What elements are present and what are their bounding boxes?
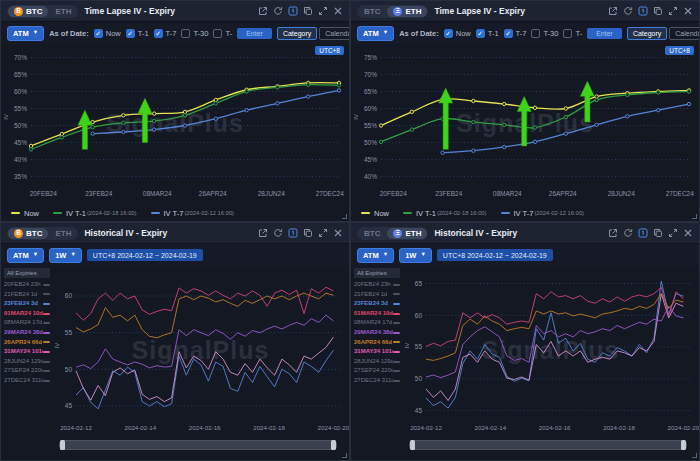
close-icon[interactable] <box>683 228 693 238</box>
period-select[interactable]: 1W▼ <box>399 248 432 263</box>
calendar-button[interactable]: Calendar <box>669 27 700 40</box>
legend-item-t1[interactable]: IV T-1(2024-02-18 16:00) <box>403 209 487 218</box>
historical-chart-btc[interactable]: 45505560IV2024-02-122024-02-142024-02-16… <box>52 266 350 445</box>
refresh-icon[interactable] <box>623 228 633 238</box>
expiry-item[interactable]: 26APR24 66d <box>354 338 402 348</box>
expiry-label: 26APR24 66d <box>354 338 392 348</box>
t-custom-input[interactable]: Enter <box>587 28 622 39</box>
atm-select[interactable]: ATM▼ <box>357 26 394 41</box>
expiry-item[interactable]: 27SEP24 220d <box>4 366 52 376</box>
expiry-item[interactable]: 20FEB24 23h <box>354 280 402 290</box>
open-external-icon[interactable] <box>258 6 268 16</box>
expiry-label: 20FEB24 23h <box>4 280 41 290</box>
expiry-item[interactable]: 23FEB24 3d <box>354 299 402 309</box>
checkbox-t-custom[interactable]: T- <box>213 29 232 38</box>
checkbox-t30[interactable]: T-30 <box>181 29 208 38</box>
expiry-item[interactable]: 20FEB24 23h <box>4 280 52 290</box>
timelapse-chart-eth[interactable]: 40%45%50%55%60%65%70%75%IV20FEB2423FEB24… <box>351 44 699 205</box>
date-range-chip[interactable]: UTC+8 2024-02-12 ~ 2024-02-19 <box>437 249 553 261</box>
calendar-button[interactable]: Calendar <box>319 27 350 40</box>
expiry-item[interactable]: 26APR24 66d <box>4 338 52 348</box>
expiry-item[interactable]: 21FEB24 1d <box>4 290 52 300</box>
open-external-icon[interactable] <box>608 6 618 16</box>
tab-eth[interactable]: Ξ ETH <box>387 6 427 17</box>
legend-item-now[interactable]: Now <box>361 209 389 218</box>
expiry-item[interactable]: 27DEC24 311d <box>4 376 52 386</box>
expiry-item[interactable]: 01MAR24 10d <box>354 309 402 319</box>
legend-item-t1[interactable]: IV T-1(2024-02-18 16:00) <box>53 209 137 218</box>
expiry-item[interactable]: 31MAY24 101d <box>4 347 52 357</box>
fullscreen-icon[interactable] <box>668 6 678 16</box>
expiry-list-header[interactable]: All Expiries <box>4 268 50 278</box>
close-icon[interactable] <box>683 6 693 16</box>
close-icon[interactable] <box>333 228 343 238</box>
expiry-item[interactable]: 28JUN24 129d <box>4 357 52 367</box>
tab-btc[interactable]: BTC <box>358 228 386 239</box>
duplicate-icon[interactable] <box>653 228 663 238</box>
tab-eth[interactable]: ETH <box>49 228 77 239</box>
checkbox-now[interactable]: ✓Now <box>94 29 121 38</box>
checkbox-t1[interactable]: ✓T-1 <box>126 29 149 38</box>
refresh-icon[interactable] <box>273 6 283 16</box>
refresh-icon[interactable] <box>273 228 283 238</box>
open-external-icon[interactable] <box>608 228 618 238</box>
legend-item-t7[interactable]: IV T-7(2024-02-12 16:00) <box>501 209 585 218</box>
expiry-item[interactable]: 27DEC24 311d <box>354 376 402 386</box>
utc-badge: UTC+8 <box>315 46 344 55</box>
expiry-item[interactable]: 28JUN24 129d <box>354 357 402 367</box>
tab-btc[interactable]: BTC <box>358 6 386 17</box>
expiry-item[interactable]: 08MAR24 17d <box>4 318 52 328</box>
panel-count-icon[interactable] <box>638 6 648 16</box>
svg-text:IV: IV <box>54 343 60 349</box>
atm-select[interactable]: ATM▼ <box>357 248 394 263</box>
expiry-list-header[interactable]: All Expiries <box>354 268 400 278</box>
check-icon <box>531 29 540 38</box>
tab-eth[interactable]: ETH <box>49 6 77 17</box>
close-icon[interactable] <box>333 6 343 16</box>
checkbox-t1[interactable]: ✓T-1 <box>476 29 499 38</box>
expiry-item[interactable]: 29MAR24 38d <box>354 328 402 338</box>
period-select[interactable]: 1W▼ <box>49 248 82 263</box>
fullscreen-icon[interactable] <box>318 228 328 238</box>
checkbox-t7[interactable]: ✓T-7 <box>154 29 177 38</box>
checkbox-now[interactable]: ✓Now <box>444 29 471 38</box>
expiry-item[interactable]: 29MAR24 38d <box>4 328 52 338</box>
fullscreen-icon[interactable] <box>668 228 678 238</box>
tab-btc[interactable]: B BTC <box>8 6 48 17</box>
open-external-icon[interactable] <box>258 228 268 238</box>
panel-count-icon[interactable] <box>288 6 298 16</box>
category-button[interactable]: Category <box>627 27 667 40</box>
expiry-item[interactable]: 01MAR24 10d <box>4 309 52 319</box>
check-icon <box>213 29 222 38</box>
duplicate-icon[interactable] <box>653 6 663 16</box>
atm-select[interactable]: ATM▼ <box>7 248 44 263</box>
refresh-icon[interactable] <box>623 6 633 16</box>
checkbox-t7[interactable]: ✓T-7 <box>504 29 527 38</box>
expiry-item[interactable]: 27SEP24 220d <box>354 366 402 376</box>
expiry-item[interactable]: 08MAR24 17d <box>354 318 402 328</box>
svg-text:50: 50 <box>65 366 73 373</box>
duplicate-icon[interactable] <box>303 6 313 16</box>
checkbox-t30[interactable]: T-30 <box>531 29 558 38</box>
tab-eth[interactable]: Ξ ETH <box>387 228 427 239</box>
timelapse-chart-btc[interactable]: 35%40%45%50%55%60%65%70%IV20FEB2423FEB24… <box>1 44 349 205</box>
legend-item-t7[interactable]: IV T-7(2024-02-12 16:00) <box>151 209 235 218</box>
legend-item-now[interactable]: Now <box>11 209 39 218</box>
panel-count-icon[interactable] <box>288 228 298 238</box>
expiry-item[interactable]: 31MAY24 101d <box>354 347 402 357</box>
checkbox-t-custom[interactable]: T- <box>563 29 582 38</box>
panel-count-icon[interactable] <box>638 228 648 238</box>
svg-text:75%: 75% <box>364 54 377 61</box>
expiry-series-dash <box>393 313 400 315</box>
historical-chart-eth[interactable]: 4550556065IV2024-02-122024-02-142024-02-… <box>402 266 700 445</box>
btc-icon: B <box>14 7 23 16</box>
category-button[interactable]: Category <box>277 27 317 40</box>
date-range-chip[interactable]: UTC+8 2024-02-12 ~ 2024-02-19 <box>87 249 203 261</box>
duplicate-icon[interactable] <box>303 228 313 238</box>
expiry-item[interactable]: 23FEB24 3d <box>4 299 52 309</box>
fullscreen-icon[interactable] <box>318 6 328 16</box>
t-custom-input[interactable]: Enter <box>237 28 272 39</box>
atm-select[interactable]: ATM▼ <box>7 26 44 41</box>
tab-btc[interactable]: B BTC <box>8 228 48 239</box>
expiry-item[interactable]: 21FEB24 1d <box>354 290 402 300</box>
